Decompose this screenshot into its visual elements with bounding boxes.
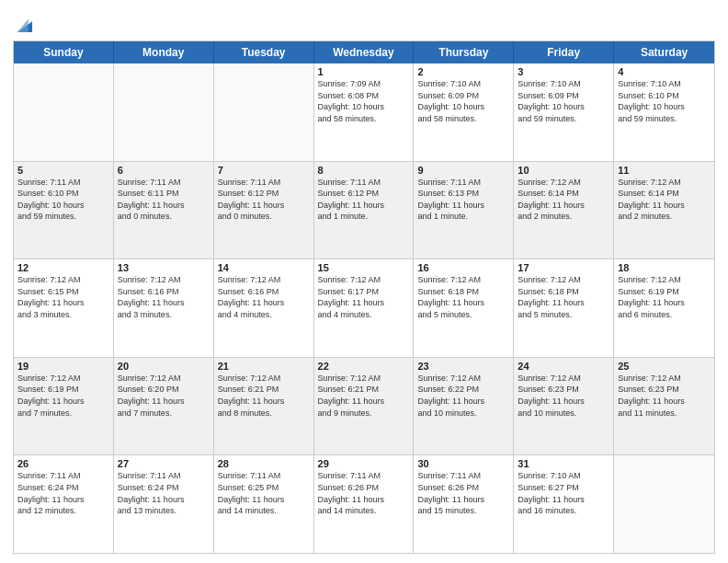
day-number: 4 bbox=[618, 66, 711, 77]
day-info: Sunrise: 7:10 AM Sunset: 6:09 PM Dayligh… bbox=[417, 78, 509, 124]
calendar-day-25: 25Sunrise: 7:12 AM Sunset: 6:23 PM Dayli… bbox=[614, 358, 714, 455]
day-number: 26 bbox=[17, 458, 109, 469]
day-number: 15 bbox=[318, 262, 410, 273]
day-info: Sunrise: 7:12 AM Sunset: 6:14 PM Dayligh… bbox=[518, 177, 609, 223]
header-day-sunday: Sunday bbox=[14, 41, 114, 63]
calendar-day-18: 18Sunrise: 7:12 AM Sunset: 6:19 PM Dayli… bbox=[614, 259, 714, 357]
day-info: Sunrise: 7:11 AM Sunset: 6:24 PM Dayligh… bbox=[118, 470, 210, 516]
calendar-day-14: 14Sunrise: 7:12 AM Sunset: 6:16 PM Dayli… bbox=[214, 259, 314, 357]
day-number: 7 bbox=[218, 165, 310, 176]
day-number: 9 bbox=[417, 165, 509, 176]
header bbox=[13, 9, 715, 35]
day-info: Sunrise: 7:12 AM Sunset: 6:14 PM Dayligh… bbox=[618, 177, 711, 223]
calendar-week-1: 1Sunrise: 7:09 AM Sunset: 6:08 PM Daylig… bbox=[14, 63, 714, 161]
calendar-day-23: 23Sunrise: 7:12 AM Sunset: 6:22 PM Dayli… bbox=[414, 358, 514, 455]
calendar-day-6: 6Sunrise: 7:11 AM Sunset: 6:11 PM Daylig… bbox=[114, 162, 214, 259]
header-day-tuesday: Tuesday bbox=[214, 41, 314, 63]
header-day-saturday: Saturday bbox=[614, 41, 714, 63]
logo bbox=[13, 13, 35, 35]
calendar-week-3: 12Sunrise: 7:12 AM Sunset: 6:15 PM Dayli… bbox=[14, 259, 714, 357]
day-number: 3 bbox=[518, 66, 609, 77]
day-number: 10 bbox=[518, 165, 609, 176]
calendar-header: SundayMondayTuesdayWednesdayThursdayFrid… bbox=[14, 41, 714, 63]
logo-icon bbox=[15, 15, 35, 35]
day-info: Sunrise: 7:12 AM Sunset: 6:18 PM Dayligh… bbox=[518, 274, 609, 320]
day-info: Sunrise: 7:12 AM Sunset: 6:17 PM Dayligh… bbox=[318, 274, 410, 320]
calendar-day-2: 2Sunrise: 7:10 AM Sunset: 6:09 PM Daylig… bbox=[414, 63, 514, 161]
day-info: Sunrise: 7:12 AM Sunset: 6:21 PM Dayligh… bbox=[218, 373, 310, 419]
day-number: 22 bbox=[318, 361, 410, 372]
day-info: Sunrise: 7:12 AM Sunset: 6:15 PM Dayligh… bbox=[17, 274, 109, 320]
calendar-day-15: 15Sunrise: 7:12 AM Sunset: 6:17 PM Dayli… bbox=[314, 259, 415, 357]
day-info: Sunrise: 7:12 AM Sunset: 6:20 PM Dayligh… bbox=[118, 373, 210, 419]
day-info: Sunrise: 7:11 AM Sunset: 6:12 PM Dayligh… bbox=[218, 177, 310, 223]
calendar-day-8: 8Sunrise: 7:11 AM Sunset: 6:12 PM Daylig… bbox=[314, 162, 415, 259]
calendar-day-24: 24Sunrise: 7:12 AM Sunset: 6:23 PM Dayli… bbox=[514, 358, 614, 455]
day-info: Sunrise: 7:11 AM Sunset: 6:12 PM Dayligh… bbox=[318, 177, 410, 223]
day-info: Sunrise: 7:11 AM Sunset: 6:13 PM Dayligh… bbox=[417, 177, 509, 223]
calendar-day-3: 3Sunrise: 7:10 AM Sunset: 6:09 PM Daylig… bbox=[514, 63, 614, 161]
calendar-week-4: 19Sunrise: 7:12 AM Sunset: 6:19 PM Dayli… bbox=[14, 357, 714, 455]
day-info: Sunrise: 7:12 AM Sunset: 6:19 PM Dayligh… bbox=[17, 373, 109, 419]
calendar-day-16: 16Sunrise: 7:12 AM Sunset: 6:18 PM Dayli… bbox=[414, 259, 514, 357]
day-number: 16 bbox=[417, 262, 509, 273]
day-info: Sunrise: 7:12 AM Sunset: 6:23 PM Dayligh… bbox=[518, 373, 609, 419]
calendar-day-9: 9Sunrise: 7:11 AM Sunset: 6:13 PM Daylig… bbox=[414, 162, 514, 259]
calendar-day-empty bbox=[214, 63, 314, 161]
day-number: 14 bbox=[218, 262, 310, 273]
day-info: Sunrise: 7:12 AM Sunset: 6:16 PM Dayligh… bbox=[118, 274, 210, 320]
day-number: 21 bbox=[218, 361, 310, 372]
day-info: Sunrise: 7:12 AM Sunset: 6:23 PM Dayligh… bbox=[618, 373, 711, 419]
day-info: Sunrise: 7:09 AM Sunset: 6:08 PM Dayligh… bbox=[318, 78, 410, 124]
day-number: 13 bbox=[118, 262, 210, 273]
day-info: Sunrise: 7:11 AM Sunset: 6:25 PM Dayligh… bbox=[218, 470, 310, 516]
calendar-day-26: 26Sunrise: 7:11 AM Sunset: 6:24 PM Dayli… bbox=[14, 455, 114, 553]
calendar-day-27: 27Sunrise: 7:11 AM Sunset: 6:24 PM Dayli… bbox=[114, 455, 214, 553]
calendar-day-19: 19Sunrise: 7:12 AM Sunset: 6:19 PM Dayli… bbox=[14, 358, 114, 455]
day-info: Sunrise: 7:11 AM Sunset: 6:24 PM Dayligh… bbox=[17, 470, 109, 516]
calendar-body: 1Sunrise: 7:09 AM Sunset: 6:08 PM Daylig… bbox=[14, 63, 714, 553]
day-number: 25 bbox=[618, 361, 711, 372]
calendar-day-17: 17Sunrise: 7:12 AM Sunset: 6:18 PM Dayli… bbox=[514, 259, 614, 357]
calendar-week-5: 26Sunrise: 7:11 AM Sunset: 6:24 PM Dayli… bbox=[14, 454, 714, 553]
calendar-day-20: 20Sunrise: 7:12 AM Sunset: 6:20 PM Dayli… bbox=[114, 358, 214, 455]
calendar-day-10: 10Sunrise: 7:12 AM Sunset: 6:14 PM Dayli… bbox=[514, 162, 614, 259]
calendar-day-21: 21Sunrise: 7:12 AM Sunset: 6:21 PM Dayli… bbox=[214, 358, 314, 455]
day-info: Sunrise: 7:11 AM Sunset: 6:10 PM Dayligh… bbox=[17, 177, 109, 223]
day-number: 5 bbox=[17, 165, 109, 176]
calendar-day-12: 12Sunrise: 7:12 AM Sunset: 6:15 PM Dayli… bbox=[14, 259, 114, 357]
day-info: Sunrise: 7:12 AM Sunset: 6:21 PM Dayligh… bbox=[318, 373, 410, 419]
calendar-day-empty bbox=[114, 63, 214, 161]
day-number: 19 bbox=[17, 361, 109, 372]
day-number: 28 bbox=[218, 458, 310, 469]
header-day-friday: Friday bbox=[514, 41, 614, 63]
page: SundayMondayTuesdayWednesdayThursdayFrid… bbox=[0, 0, 728, 563]
calendar-week-2: 5Sunrise: 7:11 AM Sunset: 6:10 PM Daylig… bbox=[14, 161, 714, 259]
calendar-day-5: 5Sunrise: 7:11 AM Sunset: 6:10 PM Daylig… bbox=[14, 162, 114, 259]
calendar-day-1: 1Sunrise: 7:09 AM Sunset: 6:08 PM Daylig… bbox=[314, 63, 415, 161]
day-number: 8 bbox=[318, 165, 410, 176]
day-info: Sunrise: 7:10 AM Sunset: 6:09 PM Dayligh… bbox=[518, 78, 609, 124]
day-info: Sunrise: 7:11 AM Sunset: 6:26 PM Dayligh… bbox=[318, 470, 410, 516]
day-number: 1 bbox=[318, 66, 410, 77]
day-info: Sunrise: 7:12 AM Sunset: 6:18 PM Dayligh… bbox=[417, 274, 509, 320]
calendar-day-empty bbox=[14, 63, 114, 161]
calendar-day-4: 4Sunrise: 7:10 AM Sunset: 6:10 PM Daylig… bbox=[614, 63, 714, 161]
day-info: Sunrise: 7:12 AM Sunset: 6:22 PM Dayligh… bbox=[417, 373, 509, 419]
day-number: 23 bbox=[417, 361, 509, 372]
day-number: 24 bbox=[518, 361, 609, 372]
day-number: 6 bbox=[118, 165, 210, 176]
day-number: 2 bbox=[417, 66, 509, 77]
day-number: 31 bbox=[518, 458, 609, 469]
day-info: Sunrise: 7:12 AM Sunset: 6:16 PM Dayligh… bbox=[218, 274, 310, 320]
calendar-day-31: 31Sunrise: 7:10 AM Sunset: 6:27 PM Dayli… bbox=[514, 455, 614, 553]
day-number: 30 bbox=[417, 458, 509, 469]
day-number: 29 bbox=[318, 458, 410, 469]
calendar-day-29: 29Sunrise: 7:11 AM Sunset: 6:26 PM Dayli… bbox=[314, 455, 415, 553]
calendar-day-empty bbox=[614, 455, 714, 553]
day-number: 27 bbox=[118, 458, 210, 469]
calendar-day-28: 28Sunrise: 7:11 AM Sunset: 6:25 PM Dayli… bbox=[214, 455, 314, 553]
day-number: 20 bbox=[118, 361, 210, 372]
calendar-day-7: 7Sunrise: 7:11 AM Sunset: 6:12 PM Daylig… bbox=[214, 162, 314, 259]
day-number: 17 bbox=[518, 262, 609, 273]
